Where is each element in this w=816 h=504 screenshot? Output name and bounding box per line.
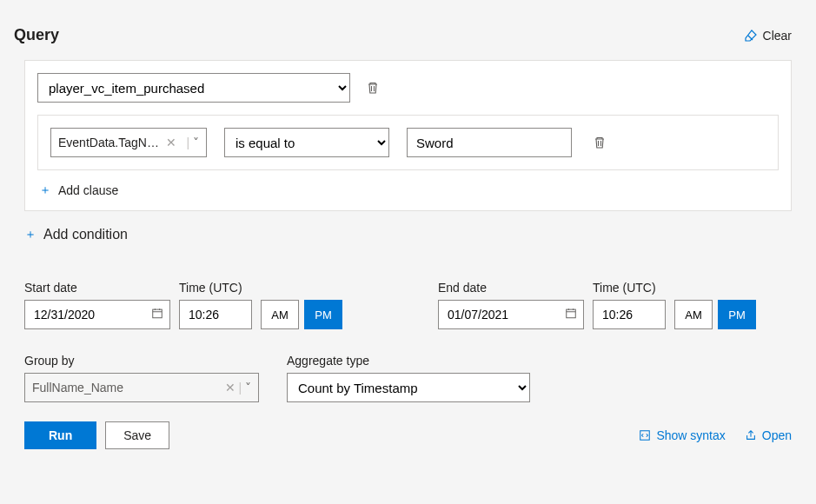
clause-field-label: EventData.TagNa... [58,136,163,149]
save-button[interactable]: Save [105,421,169,449]
add-condition-button[interactable]: ＋ Add condition [24,227,128,242]
aggregate-select[interactable]: Count by Timestamp [287,373,530,402]
delete-condition-button[interactable] [362,77,383,98]
clear-field-icon[interactable]: ✕ [166,136,176,149]
group-by-value: FullName_Name [32,381,123,395]
start-date-label: Start date [24,281,170,295]
start-am-button[interactable]: AM [261,300,299,329]
start-time-label: Time (UTC) [179,281,252,295]
clear-group-icon[interactable]: ✕ [225,381,236,395]
eraser-icon [744,29,758,43]
add-clause-button[interactable]: ＋ Add clause [37,170,120,198]
clear-label: Clear [763,29,792,43]
chevron-down-icon: ˅ [245,381,251,395]
conditions-panel: player_vc_item_purchased EventData.TagNa… [24,60,792,211]
start-date-group: Start date Time (UTC) AM PM [24,281,342,329]
end-time-input[interactable] [593,300,666,329]
clause-operator-select[interactable]: is equal to [224,128,389,157]
add-clause-label: Add clause [58,183,118,197]
clear-button[interactable]: Clear [744,29,792,43]
chevron-down-icon: ˅ [193,136,199,149]
plus-icon: ＋ [39,182,51,198]
start-pm-button[interactable]: PM [304,300,342,329]
start-time-input[interactable] [179,300,252,329]
clause-row: EventData.TagNa... ✕ | ˅ is equal to [37,115,779,170]
aggregate-label: Aggregate type [287,354,530,368]
end-pm-button[interactable]: PM [718,300,756,329]
group-by-select[interactable]: FullName_Name ✕ | ˅ [24,373,259,402]
end-time-label: Time (UTC) [593,281,666,295]
end-date-group: End date Time (UTC) AM PM [438,281,756,329]
open-icon [745,429,757,441]
plus-icon: ＋ [24,227,36,242]
end-date-label: End date [438,281,584,295]
clause-field-select[interactable]: EventData.TagNa... ✕ | ˅ [50,128,207,157]
end-am-button[interactable]: AM [674,300,713,329]
run-button[interactable]: Run [24,421,96,449]
group-by-label: Group by [24,354,259,368]
trash-icon [366,81,380,95]
open-button[interactable]: Open [745,428,792,442]
end-date-input[interactable] [438,300,584,329]
add-condition-label: Add condition [43,227,128,242]
page-title: Query [14,26,59,44]
trash-icon [593,136,607,149]
show-syntax-button[interactable]: Show syntax [639,428,725,442]
event-select[interactable]: player_vc_item_purchased [37,73,350,103]
code-icon [639,429,651,441]
clause-value-input[interactable] [407,128,572,157]
delete-clause-button[interactable] [589,132,610,153]
start-date-input[interactable] [24,300,170,329]
